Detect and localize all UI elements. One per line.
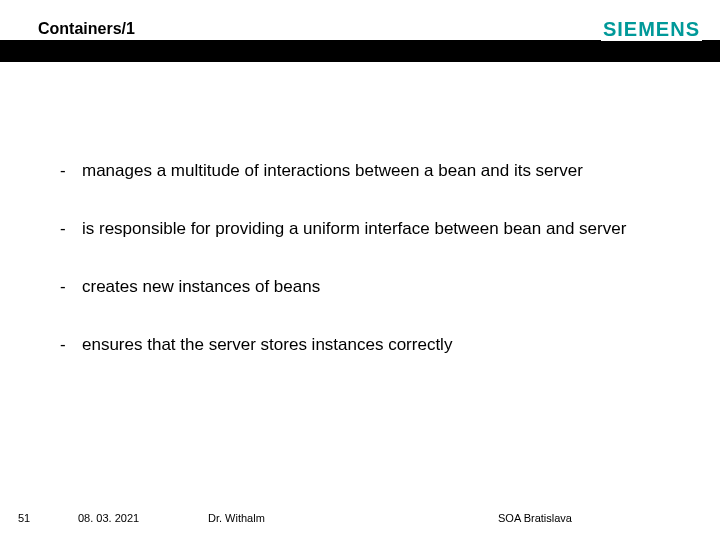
footer: 51 08. 03. 2021 Dr. Withalm SOA Bratisla… xyxy=(18,512,702,524)
bullet-dash: - xyxy=(60,276,82,298)
bullet-dash: - xyxy=(60,160,82,182)
page-number: 51 xyxy=(18,512,78,524)
list-item: - manages a multitude of interactions be… xyxy=(60,160,680,182)
footer-date: 08. 03. 2021 xyxy=(78,512,208,524)
page-title: Containers/1 xyxy=(38,20,135,38)
content-area: - manages a multitude of interactions be… xyxy=(60,160,680,392)
list-item: - creates new instances of beans xyxy=(60,276,680,298)
list-item: - is responsible for providing a uniform… xyxy=(60,218,680,240)
bullet-text: ensures that the server stores instances… xyxy=(82,334,680,356)
bullet-text: manages a multitude of interactions betw… xyxy=(82,160,680,182)
header-band xyxy=(0,40,720,62)
footer-venue: SOA Bratislava xyxy=(458,512,702,524)
slide: Containers/1 SIEMENS - manages a multitu… xyxy=(0,0,720,540)
bullet-dash: - xyxy=(60,334,82,356)
bullet-text: is responsible for providing a uniform i… xyxy=(82,218,680,240)
bullet-dash: - xyxy=(60,218,82,240)
bullet-text: creates new instances of beans xyxy=(82,276,680,298)
brand-logo: SIEMENS xyxy=(601,18,702,41)
footer-author: Dr. Withalm xyxy=(208,512,458,524)
list-item: - ensures that the server stores instanc… xyxy=(60,334,680,356)
